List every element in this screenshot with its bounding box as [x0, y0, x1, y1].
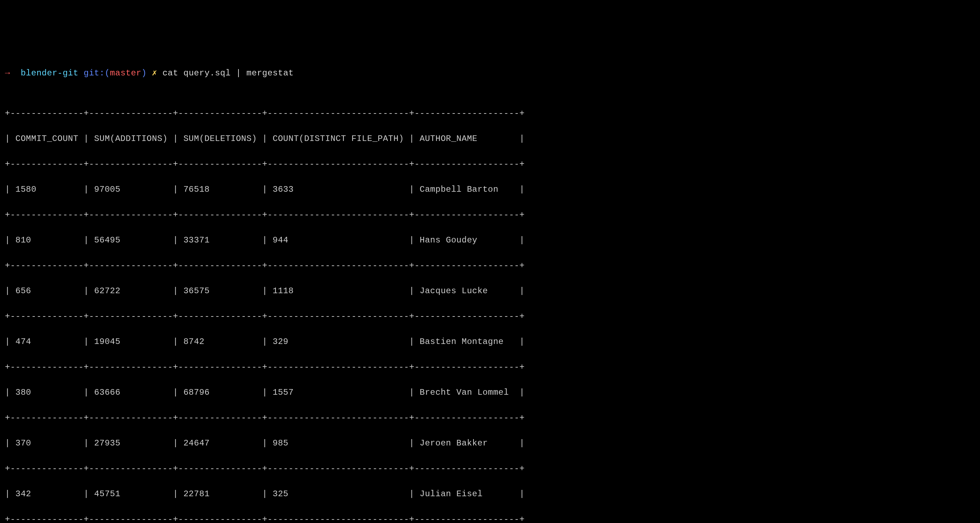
table-separator: +--------------+----------------+-------…: [5, 209, 975, 221]
table-separator: +--------------+----------------+-------…: [5, 411, 975, 424]
terminal-output[interactable]: → blender-git git:(master) ✗ cat query.s…: [0, 54, 980, 523]
git-prefix: git:(: [84, 69, 110, 78]
prompt-line: → blender-git git:(master) ✗ cat query.s…: [5, 67, 975, 80]
command-text: cat query.sql | mergestat: [162, 69, 294, 78]
table-row: | 1580 | 97005 | 76518 | 3633 | Campbell…: [5, 183, 975, 196]
git-suffix: ): [142, 69, 147, 78]
table-separator: +--------------+----------------+-------…: [5, 310, 975, 323]
table-row: | 810 | 56495 | 33371 | 944 | Hans Goude…: [5, 234, 975, 247]
table-header-row: | COMMIT_COUNT | SUM(ADDITIONS) | SUM(DE…: [5, 132, 975, 145]
cwd: blender-git: [21, 69, 78, 78]
table-row: | 474 | 19045 | 8742 | 329 | Bastien Mon…: [5, 335, 975, 348]
table-separator: +--------------+----------------+-------…: [5, 462, 975, 475]
table-separator: +--------------+----------------+-------…: [5, 513, 975, 523]
table-row: | 656 | 62722 | 36575 | 1118 | Jacques L…: [5, 285, 975, 297]
prompt-arrow-icon: →: [5, 69, 10, 78]
table-row: | 380 | 63666 | 68796 | 1557 | Brecht Va…: [5, 386, 975, 399]
dirty-icon: ✗: [152, 69, 157, 78]
ascii-table: +--------------+----------------+-------…: [5, 94, 975, 523]
table-row: | 342 | 45751 | 22781 | 325 | Julian Eis…: [5, 488, 975, 501]
table-separator: +--------------+----------------+-------…: [5, 107, 975, 120]
table-separator: +--------------+----------------+-------…: [5, 259, 975, 272]
git-branch: master: [110, 69, 141, 78]
table-separator: +--------------+----------------+-------…: [5, 361, 975, 373]
table-row: | 370 | 27935 | 24647 | 985 | Jeroen Bak…: [5, 437, 975, 450]
table-separator: +--------------+----------------+-------…: [5, 158, 975, 171]
